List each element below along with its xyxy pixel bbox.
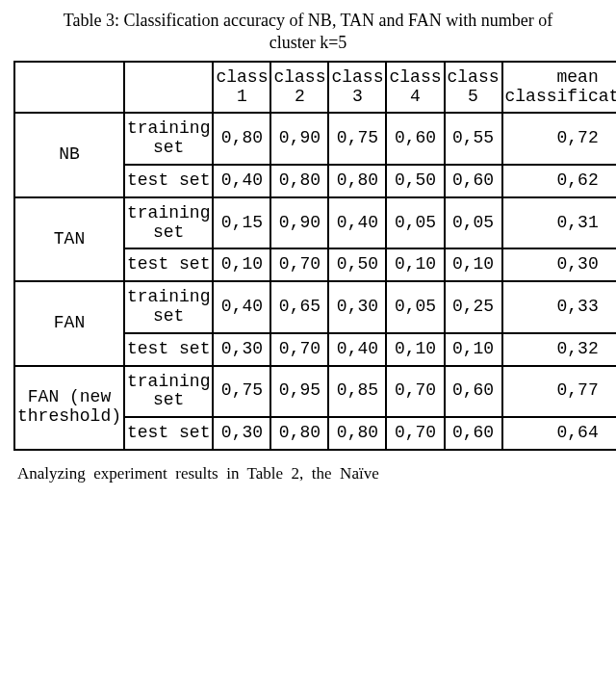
value-cell: 0,30: [328, 281, 386, 333]
mean-cell: 0,32: [502, 333, 616, 366]
value-cell: 0,75: [328, 113, 386, 165]
settype-cell: test set: [124, 248, 213, 281]
mean-cell: 0,33: [502, 281, 616, 333]
value-cell: 0,10: [386, 248, 444, 281]
value-cell: 0,90: [270, 113, 328, 165]
value-cell: 0,40: [328, 197, 386, 249]
method-cell: NB: [14, 113, 124, 196]
value-cell: 0,25: [445, 281, 502, 333]
table-row: TAN training set 0,15 0,90 0,40 0,05 0,0…: [14, 197, 616, 249]
value-cell: 0,80: [270, 165, 328, 197]
value-cell: 0,30: [213, 333, 270, 366]
mean-cell: 0,77: [502, 366, 616, 418]
table-row: FAN training set 0,40 0,65 0,30 0,05 0,2…: [14, 281, 616, 333]
value-cell: 0,70: [270, 248, 328, 281]
value-cell: 0,80: [328, 165, 386, 197]
value-cell: 0,70: [270, 333, 328, 366]
method-cell: FAN (new threshold): [14, 366, 124, 450]
header-blank-1: [14, 62, 124, 114]
value-cell: 0,05: [445, 197, 502, 249]
value-cell: 0,40: [213, 281, 270, 333]
value-cell: 0,10: [386, 333, 444, 366]
value-cell: 0,40: [328, 333, 386, 366]
header-class-1: class 1: [213, 62, 270, 114]
paragraph-fragment: Analyzing experiment results in Table 2,…: [13, 464, 603, 487]
value-cell: 0,60: [445, 366, 502, 418]
table-header-row: class 1 class 2 class 3 class 4 class 5 …: [14, 62, 616, 114]
table-caption: Table 3: Classification accuracy of NB, …: [13, 10, 603, 55]
value-cell: 0,55: [445, 113, 502, 165]
value-cell: 0,70: [386, 417, 444, 450]
mean-cell: 0,31: [502, 197, 616, 249]
mean-cell: 0,72: [502, 113, 616, 165]
value-cell: 0,90: [270, 197, 328, 249]
value-cell: 0,80: [270, 417, 328, 450]
value-cell: 0,95: [270, 366, 328, 418]
settype-cell: training set: [124, 113, 213, 165]
accuracy-table: class 1 class 2 class 3 class 4 class 5 …: [13, 61, 616, 451]
caption-line-2: cluster k=5: [270, 33, 347, 52]
table-row: FAN (new threshold) training set 0,75 0,…: [14, 366, 616, 418]
table-row: NB training set 0,80 0,90 0,75 0,60 0,55…: [14, 113, 616, 165]
settype-cell: training set: [124, 197, 213, 249]
mean-cell: 0,64: [502, 417, 616, 450]
value-cell: 0,80: [328, 417, 386, 450]
value-cell: 0,10: [445, 248, 502, 281]
header-mean: mean classification: [502, 62, 616, 114]
method-cell: FAN: [14, 281, 124, 365]
value-cell: 0,60: [445, 165, 502, 197]
value-cell: 0,70: [386, 366, 444, 418]
settype-cell: training set: [124, 281, 213, 333]
value-cell: 0,50: [386, 165, 444, 197]
value-cell: 0,05: [386, 281, 444, 333]
value-cell: 0,10: [445, 333, 502, 366]
header-class-5: class 5: [445, 62, 502, 114]
header-class-3: class 3: [328, 62, 386, 114]
value-cell: 0,60: [386, 113, 444, 165]
value-cell: 0,85: [328, 366, 386, 418]
settype-cell: test set: [124, 417, 213, 450]
value-cell: 0,80: [213, 113, 270, 165]
header-class-4: class 4: [386, 62, 444, 114]
header-class-2: class 2: [270, 62, 328, 114]
method-cell: TAN: [14, 197, 124, 281]
value-cell: 0,50: [328, 248, 386, 281]
value-cell: 0,60: [445, 417, 502, 450]
mean-cell: 0,62: [502, 165, 616, 197]
value-cell: 0,30: [213, 417, 270, 450]
value-cell: 0,75: [213, 366, 270, 418]
header-blank-2: [124, 62, 213, 114]
settype-cell: test set: [124, 165, 213, 197]
settype-cell: training set: [124, 366, 213, 418]
settype-cell: test set: [124, 333, 213, 366]
mean-cell: 0,30: [502, 248, 616, 281]
value-cell: 0,40: [213, 165, 270, 197]
value-cell: 0,15: [213, 197, 270, 249]
value-cell: 0,05: [386, 197, 444, 249]
caption-line-1: Table 3: Classification accuracy of NB, …: [64, 11, 553, 30]
value-cell: 0,10: [213, 248, 270, 281]
value-cell: 0,65: [270, 281, 328, 333]
